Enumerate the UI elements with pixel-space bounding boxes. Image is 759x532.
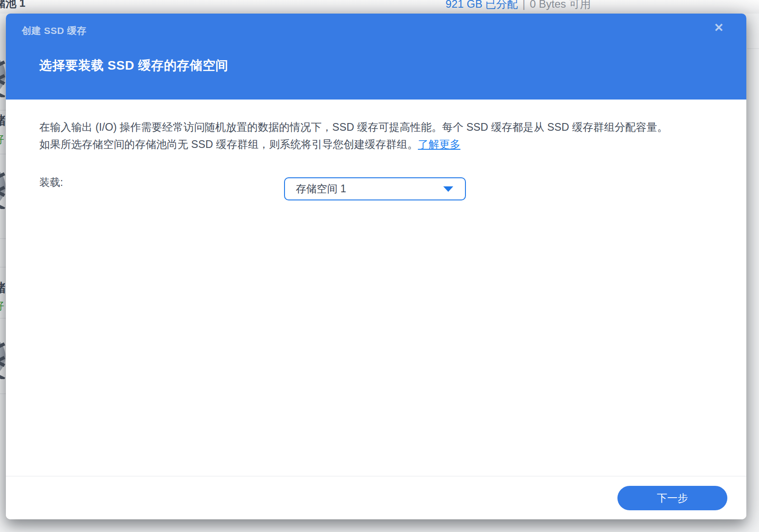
volume-status-partial: 好 xyxy=(0,132,4,147)
mount-label: 装载: xyxy=(39,176,63,190)
learn-more-link[interactable]: 了解更多 xyxy=(418,138,460,150)
pool-capacity-summary: 921 GB 已分配|0 Bytes 可用 xyxy=(446,0,591,11)
list-divider xyxy=(0,154,6,154)
disk-stack-icon xyxy=(0,334,5,379)
dialog-title: 创建 SSD 缓存 xyxy=(22,24,86,37)
storage-manager-page: 储池 1 921 GB 已分配|0 Bytes 可用 存储 好 存储 好 xyxy=(0,0,759,532)
dialog-body: 在输入输出 (I/O) 操作需要经常访问随机放置的数据的情况下，SSD 缓存可提… xyxy=(6,100,746,476)
list-divider xyxy=(0,238,6,239)
volume-icon xyxy=(0,164,5,209)
volume-icon xyxy=(0,334,5,379)
dialog-header: 创建 SSD 缓存 ✕ 选择要装载 SSD 缓存的存储空间 xyxy=(6,14,746,100)
description-text: 在输入输出 (I/O) 操作需要经常访问随机放置的数据的情况下，SSD 缓存可提… xyxy=(39,121,668,150)
disk-stack-icon xyxy=(0,164,5,209)
list-divider xyxy=(0,318,6,318)
available-capacity-text: 0 Bytes 可用 xyxy=(530,0,591,10)
close-icon[interactable]: ✕ xyxy=(714,22,724,33)
background-volume-list-sliver: 存储 好 存储 好 xyxy=(0,0,6,532)
chevron-down-icon xyxy=(443,186,453,192)
volume-name-partial: 存储 xyxy=(0,112,5,128)
capacity-separator: | xyxy=(518,0,530,10)
next-button[interactable]: 下一步 xyxy=(617,486,727,510)
volume-icon xyxy=(0,52,5,97)
background-divider-right xyxy=(747,48,759,49)
dialog-footer: 下一步 xyxy=(6,476,746,519)
volume-select-dropdown[interactable]: 存储空间 1 xyxy=(284,177,466,200)
volume-status-partial: 好 xyxy=(0,299,4,313)
step-title: 选择要装载 SSD 缓存的存储空间 xyxy=(39,57,228,74)
volume-name-partial: 存储 xyxy=(0,280,5,296)
volume-select-value: 存储空间 1 xyxy=(296,182,346,196)
disk-stack-icon xyxy=(0,52,5,97)
list-divider xyxy=(0,110,6,110)
background-topbar: 储池 1 921 GB 已分配|0 Bytes 可用 xyxy=(0,0,759,14)
list-divider xyxy=(0,394,6,394)
description-paragraph: 在输入输出 (I/O) 操作需要经常访问随机放置的数据的情况下，SSD 缓存可提… xyxy=(39,119,668,153)
allocated-capacity-link[interactable]: 921 GB 已分配 xyxy=(446,0,518,10)
create-ssd-cache-dialog: 创建 SSD 缓存 ✕ 选择要装载 SSD 缓存的存储空间 在输入输出 (I/O… xyxy=(6,14,746,519)
list-divider xyxy=(0,267,6,267)
